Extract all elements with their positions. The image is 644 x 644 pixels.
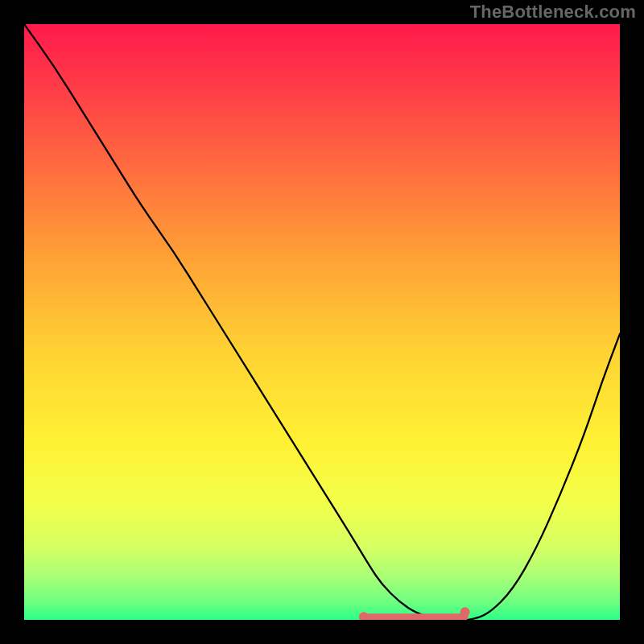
flat-region-dot-left — [359, 612, 369, 620]
plot-area — [24, 24, 620, 620]
curve-layer — [24, 24, 620, 620]
chart-frame: TheBottleneck.com — [0, 0, 644, 644]
flat-region-dot-right — [460, 607, 470, 617]
bottleneck-curve — [24, 24, 620, 620]
watermark-text: TheBottleneck.com — [470, 2, 636, 23]
